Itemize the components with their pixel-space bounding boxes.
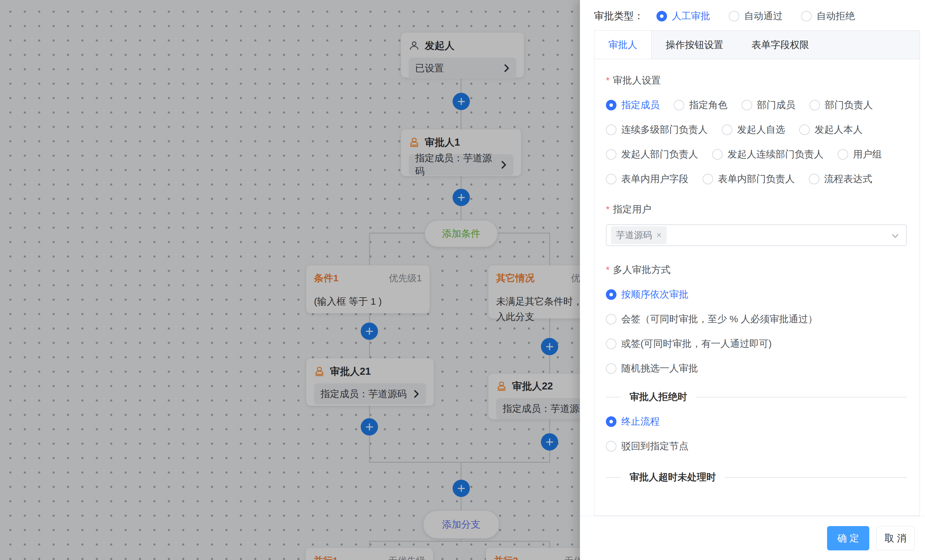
radio-form-user-field[interactable]: 表单内用户字段 xyxy=(606,173,688,185)
approve-node-config-drawer: 审批类型： 人工审批 自动通过 自动拒绝 审批人 操作按钮设置 表单字段权限 审… xyxy=(580,0,925,560)
radio-icon xyxy=(741,100,752,110)
radio-auto-reject[interactable]: 自动拒绝 xyxy=(801,10,855,23)
radio-icon xyxy=(606,314,616,325)
radio-orsign[interactable]: 或签(可同时审批，有一人通过即可) xyxy=(606,337,907,351)
radio-icon xyxy=(702,174,713,184)
confirm-button[interactable]: 确 定 xyxy=(827,526,869,550)
timeout-section-title: 审批人超时未处理时 xyxy=(630,471,716,484)
radio-icon xyxy=(606,441,616,452)
drawer-footer: 确 定 取 消 xyxy=(580,516,925,560)
tab-pane-approver[interactable]: 审批人设置 指定成员 指定角色 部门成员 部门负责人 连续多级部门负责人 发起人… xyxy=(594,59,920,494)
radio-icon xyxy=(657,11,667,21)
radio-sequential-approve[interactable]: 按顺序依次审批 xyxy=(606,288,907,301)
radio-initiator-choose[interactable]: 发起人自选 xyxy=(722,123,785,136)
tab-approver[interactable]: 审批人 xyxy=(594,31,652,59)
radio-return-to-node[interactable]: 驳回到指定节点 xyxy=(606,440,907,453)
radio-icon xyxy=(606,174,616,184)
config-tabs-card: 审批人 操作按钮设置 表单字段权限 审批人设置 指定成员 指定角色 部门成员 部… xyxy=(594,30,920,516)
approver-setting-row4: 表单内用户字段 表单内部门负责人 流程表达式 xyxy=(606,173,907,185)
timeout-section-divider: 审批人超时未处理时 xyxy=(606,471,907,484)
radio-icon xyxy=(801,11,812,21)
approver-setting-row2: 连续多级部门负责人 发起人自选 发起人本人 xyxy=(606,123,907,136)
radio-dept-leader[interactable]: 部门负责人 xyxy=(809,99,873,112)
radio-countersign[interactable]: 会签（可同时审批，至少 % 人必须审批通过） xyxy=(606,313,907,326)
radio-icon xyxy=(809,174,820,184)
tabs-header: 审批人 操作按钮设置 表单字段权限 xyxy=(594,31,920,59)
radio-icon xyxy=(722,125,732,135)
radio-terminate-process[interactable]: 终止流程 xyxy=(606,415,907,428)
radio-form-dept-leader[interactable]: 表单内部门负责人 xyxy=(702,173,795,185)
radio-icon xyxy=(712,149,723,160)
radio-icon xyxy=(809,100,820,110)
reject-section-divider: 审批人拒绝时 xyxy=(606,390,907,403)
approve-type-row: 审批类型： 人工审批 自动通过 自动拒绝 xyxy=(594,6,920,26)
radio-auto-pass[interactable]: 自动通过 xyxy=(729,10,783,23)
tag-close-icon[interactable]: × xyxy=(657,230,661,240)
radio-random-one[interactable]: 随机挑选一人审批 xyxy=(606,362,907,375)
radio-process-expression[interactable]: 流程表达式 xyxy=(809,173,872,185)
approver-setting-label: 审批人设置 xyxy=(606,74,907,87)
approver-setting-row1: 指定成员 指定角色 部门成员 部门负责人 xyxy=(606,99,907,112)
multi-approve-label: 多人审批方式 xyxy=(606,263,907,277)
radio-dept-member[interactable]: 部门成员 xyxy=(741,99,795,112)
radio-icon xyxy=(838,149,848,160)
multi-approve-options: 按顺序依次审批 会签（可同时审批，至少 % 人必须审批通过） 或签(可同时审批，… xyxy=(606,288,907,375)
radio-assigned-role[interactable]: 指定角色 xyxy=(674,99,728,112)
radio-icon xyxy=(606,149,616,160)
radio-multi-level-dept-leader[interactable]: 连续多级部门负责人 xyxy=(606,123,708,136)
approve-type-label: 审批类型： xyxy=(594,9,644,23)
radio-initiator-dept-leader[interactable]: 发起人部门负责人 xyxy=(606,148,698,161)
radio-assigned-member[interactable]: 指定成员 xyxy=(606,99,660,112)
radio-icon xyxy=(606,100,616,110)
approver-setting-row3: 发起人部门负责人 发起人连续部门负责人 用户组 xyxy=(606,148,907,161)
radio-icon xyxy=(606,339,616,349)
reject-options: 终止流程 驳回到指定节点 xyxy=(606,415,907,453)
radio-initiator-self[interactable]: 发起人本人 xyxy=(799,123,863,136)
assign-user-label: 指定用户 xyxy=(606,203,907,216)
cancel-button[interactable]: 取 消 xyxy=(876,526,915,550)
reject-section-title: 审批人拒绝时 xyxy=(630,390,687,403)
radio-manual-approve[interactable]: 人工审批 xyxy=(657,10,710,23)
tab-button-settings[interactable]: 操作按钮设置 xyxy=(652,31,737,59)
radio-icon xyxy=(606,363,616,374)
radio-icon xyxy=(799,125,810,135)
radio-user-group[interactable]: 用户组 xyxy=(838,148,882,161)
user-tag: 芋道源码 × xyxy=(611,226,667,244)
tab-form-field-permission[interactable]: 表单字段权限 xyxy=(737,31,823,59)
radio-initiator-multi-dept-leader[interactable]: 发起人连续部门负责人 xyxy=(712,148,824,161)
radio-icon xyxy=(674,100,684,110)
user-tag-label: 芋道源码 xyxy=(616,229,652,241)
radio-icon xyxy=(606,416,616,427)
radio-icon xyxy=(606,289,616,300)
radio-icon xyxy=(729,11,739,21)
assign-user-select[interactable]: 芋道源码 × xyxy=(606,224,907,246)
chevron-down-icon xyxy=(891,231,900,240)
radio-icon xyxy=(606,125,616,135)
